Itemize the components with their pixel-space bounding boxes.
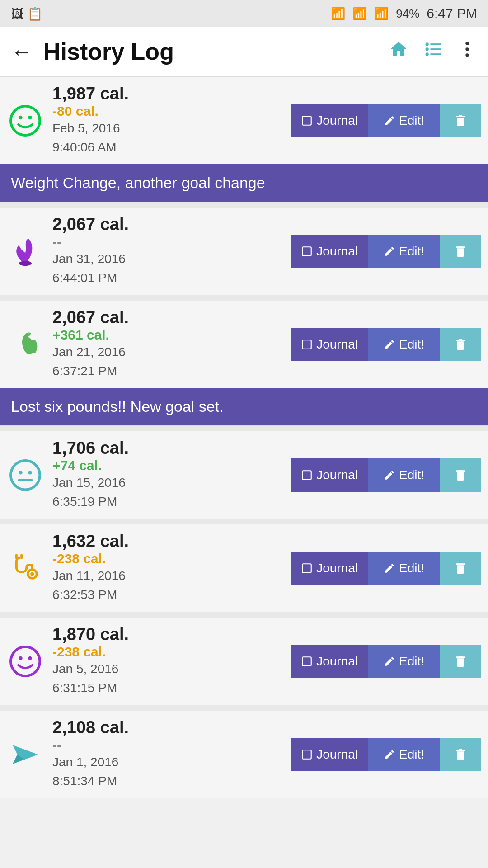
entry-5-delta: -238 cal. (52, 551, 291, 566)
log-entry-2: 2,067 cal. -- Jan 31, 20166:44:01 PM Jou… (0, 208, 488, 295)
svg-point-10 (19, 115, 22, 119)
log-entry-6: 1,870 cal. -238 cal. Jan 5, 20166:31:15 … (0, 618, 488, 705)
entry-1-edit-button[interactable]: Edit! (368, 104, 440, 137)
svg-point-6 (465, 42, 469, 45)
entry-5-actions: Journal Edit! (291, 552, 481, 585)
entry-6-delete-button[interactable] (440, 645, 481, 678)
svg-rect-14 (302, 247, 311, 256)
entry-1-calories: 1,987 cal. (52, 84, 129, 104)
time-display: 6:47 PM (427, 6, 477, 21)
svg-point-27 (19, 656, 22, 660)
entry-1-journal-button[interactable]: Journal (291, 104, 368, 137)
entry-1-info: 1,987 cal. -80 cal. Feb 5, 20169:40:06 A… (52, 84, 291, 157)
entry-4-edit-button[interactable]: Edit! (368, 458, 440, 492)
spacer-3 (0, 426, 488, 431)
svg-point-0 (426, 42, 429, 46)
entry-4-delta: +74 cal. (52, 458, 291, 473)
svg-point-11 (28, 115, 32, 119)
entry-5-edit-button[interactable]: Edit! (368, 552, 440, 585)
entry-7-journal-button[interactable]: Journal (291, 738, 368, 771)
spacer-1 (0, 202, 488, 208)
entry-3-edit-button[interactable]: Edit! (368, 328, 440, 361)
entry-2-actions: Journal Edit! (291, 235, 481, 268)
entry-6-actions: Journal Edit! (291, 645, 481, 678)
entry-1-date: Feb 5, 20169:40:06 AM (52, 119, 291, 157)
svg-rect-25 (302, 564, 311, 573)
back-button[interactable]: ← (11, 39, 33, 64)
list-icon[interactable] (423, 39, 443, 64)
entry-3-delete-button[interactable] (440, 328, 481, 361)
svg-point-9 (11, 106, 40, 135)
more-options-icon[interactable] (457, 39, 477, 64)
entry-4-icon (7, 457, 43, 493)
home-icon[interactable] (389, 39, 408, 64)
svg-point-13 (19, 261, 32, 266)
log-entry-3: 2,067 cal. +361 cal. Jan 21, 20166:37:21… (0, 301, 488, 426)
entry-3-actions: Journal Edit! (291, 328, 481, 361)
svg-point-16 (11, 460, 40, 489)
svg-point-28 (28, 656, 32, 660)
app-bar: ← History Log (0, 27, 488, 77)
entry-7-date: Jan 1, 20168:51:34 PM (52, 753, 291, 791)
entry-7-icon (7, 736, 43, 773)
entry-2-delta: -- (52, 234, 291, 250)
entry-4-date: Jan 15, 20166:35:19 PM (52, 473, 291, 511)
entry-7-delta: -- (52, 737, 291, 753)
entry-5-date: Jan 11, 20166:32:53 PM (52, 566, 291, 604)
entry-6-date: Jan 5, 20166:31:15 PM (52, 660, 291, 698)
entry-7-calories: 2,108 cal. (52, 718, 291, 737)
entry-2-edit-button[interactable]: Edit! (368, 235, 440, 268)
entry-6-journal-button[interactable]: Journal (291, 645, 368, 678)
spacer-6 (0, 705, 488, 711)
entry-7-actions: Journal Edit! (291, 738, 481, 771)
entry-4-delete-button[interactable] (440, 458, 481, 492)
svg-rect-3 (431, 43, 441, 45)
entry-4-info: 1,706 cal. +74 cal. Jan 15, 20166:35:19 … (52, 439, 291, 511)
entry-1-delete-button[interactable] (440, 104, 481, 137)
entry-6-delta: -238 cal. (52, 644, 291, 660)
entry-5-delete-button[interactable] (440, 552, 481, 585)
entry-6-info: 1,870 cal. -238 cal. Jan 5, 20166:31:15 … (52, 625, 291, 698)
entry-3-info: 2,067 cal. +361 cal. Jan 21, 20166:37:21… (52, 308, 291, 381)
photo-icon: 🖼 📋 (11, 6, 43, 21)
signal-icon: 📶 (374, 7, 389, 21)
log-list: 1,987 cal. -80 cal. Feb 5, 20169:40:06 A… (0, 77, 488, 798)
svg-rect-20 (302, 471, 311, 480)
entry-7-info: 2,108 cal. -- Jan 1, 20168:51:34 PM (52, 718, 291, 791)
entry-2-delete-button[interactable] (440, 235, 481, 268)
entry-3-journal-button[interactable]: Journal (291, 328, 368, 361)
svg-rect-29 (302, 657, 311, 666)
page-title: History Log (43, 38, 378, 65)
svg-rect-5 (431, 53, 441, 55)
entry-6-calories: 1,870 cal. (52, 625, 291, 644)
entry-3-delta: +361 cal. (52, 327, 291, 343)
svg-point-2 (426, 52, 429, 56)
entry-3-calories: 2,067 cal. (52, 308, 291, 327)
entry-5-icon (7, 550, 43, 586)
entry-3-note: Lost six pounds!! New goal set. (0, 388, 488, 425)
spacer-4 (0, 519, 488, 524)
svg-rect-32 (302, 750, 311, 759)
log-entry-1: 1,987 cal. -80 cal. Feb 5, 20169:40:06 A… (0, 77, 488, 202)
log-entry-4: 1,706 cal. +74 cal. Jan 15, 20166:35:19 … (0, 431, 488, 519)
entry-1-delta: -80 cal. (52, 104, 291, 119)
entry-4-journal-button[interactable]: Journal (291, 458, 368, 492)
svg-rect-12 (302, 116, 311, 125)
entry-6-edit-button[interactable]: Edit! (368, 645, 440, 678)
entry-1-icon (7, 103, 43, 139)
svg-point-26 (11, 646, 40, 675)
svg-rect-4 (431, 48, 441, 50)
spacer-5 (0, 612, 488, 618)
entry-2-journal-button[interactable]: Journal (291, 235, 368, 268)
log-entry-7: 2,108 cal. -- Jan 1, 20168:51:34 PM Jour… (0, 711, 488, 798)
svg-point-22 (30, 572, 34, 576)
entry-2-info: 2,067 cal. -- Jan 31, 20166:44:01 PM (52, 215, 291, 288)
entry-7-delete-button[interactable] (440, 738, 481, 771)
battery-text: 94% (396, 7, 419, 21)
svg-point-1 (426, 47, 429, 51)
wifi-icon: 📶 (352, 7, 367, 21)
entry-3-date: Jan 21, 20166:37:21 PM (52, 343, 291, 381)
bluetooth-icon: 📶 (331, 7, 345, 21)
entry-5-journal-button[interactable]: Journal (291, 552, 368, 585)
entry-7-edit-button[interactable]: Edit! (368, 738, 440, 771)
